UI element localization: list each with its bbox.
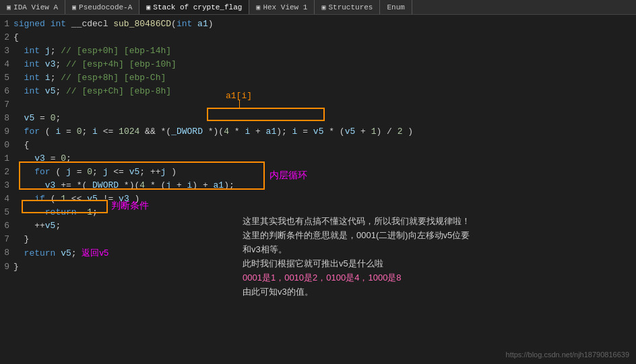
tab-enum[interactable]: Enum — [380, 0, 412, 14]
tab-icon-stack: ▣ — [146, 3, 150, 11]
explanation-line6: 由此可知v3的值。 — [243, 285, 470, 299]
code-line-11: 1 v3 = 0; — [0, 152, 636, 166]
tab-structures[interactable]: ▣ Structures — [315, 0, 380, 14]
tab-ida-view[interactable]: ▣ IDA View A — [0, 0, 65, 14]
code-line-18: 8 return v5; 返回v5 — [0, 246, 636, 260]
code-line-17: 7 } — [0, 233, 636, 246]
code-line-2: 2 { — [0, 31, 636, 44]
code-line-3: 3 int j; // [esp+0h] [ebp-14h] — [0, 44, 636, 58]
code-line-13: 3 v3 += *(_DWORD *)(4 * (j + i) + a1); — [0, 179, 636, 192]
tab-stack[interactable]: ▣ Stack of crypte_flag — [139, 0, 249, 14]
code-line-14: 4 if ( 1 << v5 != v3 ) — [0, 192, 636, 206]
code-line-1: 1 signed int __cdecl sub_80486CD(int a1) — [0, 17, 636, 31]
tab-hex-view[interactable]: ▣ Hex View 1 — [249, 0, 315, 14]
code-line-10: 0 { — [0, 139, 636, 152]
tab-icon-hex: ▣ — [256, 3, 260, 11]
code-area: 1 signed int __cdecl sub_80486CD(int a1)… — [0, 15, 636, 364]
code-line-5: 5 int i; // [esp+8h] [ebp-Ch] — [0, 71, 636, 85]
tab-pseudocode[interactable]: ▣ Pseudocode-A — [65, 0, 139, 14]
code-line-7: 7 — [0, 98, 636, 112]
code-line-15: 5 return -1; — [0, 206, 636, 219]
code-line-16: 6 ++v5; — [0, 219, 636, 233]
code-line-12: 2 for ( j = 0; j <= v5; ++j ) — [0, 166, 636, 179]
code-line-19: 9 } — [0, 260, 636, 274]
tab-icon-pseudo: ▣ — [72, 3, 76, 11]
tab-icon-struct: ▣ — [321, 3, 325, 11]
code-line-6: 6 int v5; // [esp+Ch] [ebp-8h] — [0, 85, 636, 98]
watermark: https://blog.csdn.net/njh18790816639 — [506, 351, 629, 359]
code-line-4: 4 int v3; // [esp+4h] [ebp-10h] — [0, 58, 636, 71]
code-line-8: 8 v5 = 0; — [0, 112, 636, 125]
code-line-9: 9 for ( i = 0; i <= 1024 && *(_DWORD *)(… — [0, 125, 636, 139]
tab-bar: ▣ IDA View A ▣ Pseudocode-A ▣ Stack of c… — [0, 0, 636, 15]
tab-icon-ida: ▣ — [7, 3, 11, 11]
